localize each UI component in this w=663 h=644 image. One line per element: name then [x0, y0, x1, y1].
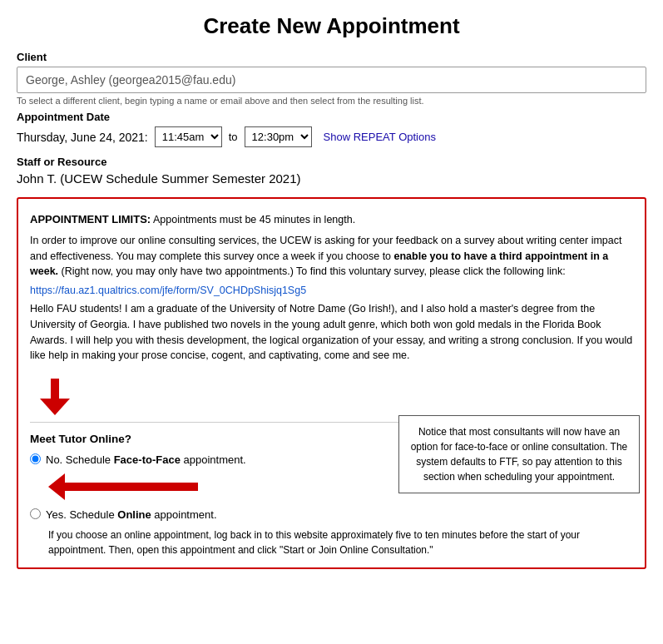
end-time-select[interactable]: 11:45am 12:00pm 12:15pm 12:30pm 12:45pm …: [245, 126, 312, 147]
appointment-date-label: Appointment Date: [17, 111, 646, 123]
face-to-face-label: No. Schedule Face-to-Face appointment.: [46, 452, 246, 468]
arrow-shaft: [65, 483, 198, 491]
tooltip-text: Notice that most consultants will now ha…: [411, 426, 628, 483]
body-text-2: (Right now, you may only have two appoin…: [58, 265, 566, 277]
online-radio[interactable]: [30, 508, 41, 519]
staff-name: John T. (UCEW Schedule Summer Semester 2…: [17, 171, 646, 186]
down-arrow-icon: [38, 379, 72, 415]
client-hint: To select a different client, begin typi…: [17, 96, 646, 106]
limits-text: Appointments must be 45 minutes in lengt…: [151, 214, 355, 225]
survey-link[interactable]: https://fau.az1.qualtrics.com/jfe/form/S…: [30, 285, 633, 296]
tooltip-box: Notice that most consultants will now ha…: [398, 415, 640, 493]
arrow-head: [48, 473, 65, 500]
staff-section: Staff or Resource John T. (UCEW Schedule…: [17, 156, 646, 186]
start-time-select[interactable]: 11:00am 11:15am 11:30am 11:45am 12:00pm …: [155, 126, 222, 147]
staff-label: Staff or Resource: [17, 156, 646, 168]
client-label: Client: [17, 51, 646, 63]
appointment-date-section: Appointment Date Thursday, June 24, 2021…: [17, 111, 646, 147]
bio-text: Hello FAU students! I am a graduate of t…: [30, 301, 633, 364]
client-input[interactable]: [17, 67, 646, 93]
limits-title: APPOINTMENT LIMITS:: [30, 213, 151, 225]
face-to-face-radio[interactable]: [30, 453, 41, 464]
appointment-date-text: Thursday, June 24, 2021:: [17, 131, 148, 144]
online-option: Yes. Schedule Online appointment.: [30, 507, 633, 523]
online-hint: If you choose an online appointment, log…: [48, 528, 633, 557]
info-box: APPOINTMENT LIMITS: Appointments must be…: [17, 197, 646, 569]
online-label: Yes. Schedule Online appointment.: [46, 507, 217, 523]
arrow-down-container: [38, 375, 633, 415]
repeat-options-link[interactable]: Show REPEAT Options: [324, 131, 436, 143]
page-title: Create New Appointment: [17, 13, 646, 39]
client-section: Client To select a different client, beg…: [17, 51, 646, 106]
to-label: to: [229, 131, 238, 143]
